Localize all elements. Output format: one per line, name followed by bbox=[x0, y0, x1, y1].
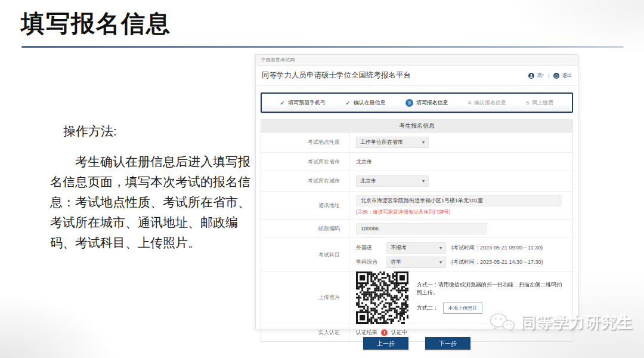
foreign-language-select[interactable]: 不报考 ▾ bbox=[386, 242, 446, 254]
row-postcode: 邮政编码 100086 bbox=[261, 220, 572, 238]
header-divider: | bbox=[548, 73, 549, 78]
instructions-block: 操作方法: 考生确认在册信息后进入填写报名信息页面，填写本次考试的报名信息：考试… bbox=[50, 123, 252, 253]
form-title: 考生报名信息 bbox=[261, 119, 572, 132]
step-3-current: 3 填写报名信息 bbox=[405, 99, 448, 107]
exclamation-icon: ! bbox=[381, 329, 388, 336]
subject-discipline: 学科综合 哲学 ▾ (考试时间：2023-05-21 14:30～17:30) bbox=[356, 255, 566, 269]
logout-button[interactable]: 退出 bbox=[562, 72, 572, 79]
instructions-body: 考生确认在册信息后进入填写报名信息页面，填写本次考试的报名信息：考试地点性质、考… bbox=[50, 152, 252, 253]
user-icon bbox=[528, 73, 534, 79]
row-address: 通讯地址 北京市海淀区学院路街道幸福小区1号楼1单元101室 (示例：请填写家庭… bbox=[261, 192, 572, 220]
step-5: 5 网上缴费 bbox=[526, 99, 553, 107]
progress-steps: ✓ 填写预留手机号 ✓ 确认在册信息 3 填写报名信息 4 确认报名信息 5 网… bbox=[261, 92, 573, 113]
local-upload-button[interactable]: 本地上传照片 bbox=[443, 303, 482, 314]
qr-code bbox=[356, 271, 408, 324]
wechat-logo-icon bbox=[490, 313, 516, 333]
step-2: ✓ 确认在册信息 bbox=[345, 99, 385, 107]
upload-method-2-label: 方式二： bbox=[417, 304, 438, 312]
page-title: 填写报名信息 bbox=[21, 7, 171, 40]
logout-icon bbox=[553, 73, 559, 79]
verify-result-label: 认证结果 bbox=[356, 329, 377, 337]
exam-time: (考试时间：2023-05-21 14:30～17:30) bbox=[451, 258, 543, 266]
chevron-down-icon: ▾ bbox=[422, 140, 425, 145]
step-number-badge: 3 bbox=[405, 99, 413, 107]
upload-method-1: 方式一：请用微信或浏览器的扫一扫功能，扫描左侧二维码拍照上传。 bbox=[417, 281, 566, 297]
site-name: 中国教育考试网 bbox=[256, 55, 578, 66]
address-input[interactable]: 北京市海淀区学院路街道幸福小区1号楼1单元101室 bbox=[356, 195, 562, 206]
row-exam-province: 考试所在省市 北京市 bbox=[261, 153, 572, 171]
check-icon: ✓ bbox=[280, 100, 285, 106]
step-4: 4 确认报名信息 bbox=[468, 99, 506, 107]
chevron-down-icon: ▾ bbox=[422, 178, 425, 184]
exam-time: (考试时间：2023-05-21 09:00～11:30) bbox=[451, 244, 543, 252]
check-icon: ✓ bbox=[345, 100, 350, 106]
exam-city-select[interactable]: 北京市 ▾ bbox=[356, 175, 429, 187]
instructions-heading: 操作方法: bbox=[63, 123, 252, 140]
watermark: 同等学力研究生 bbox=[490, 312, 633, 333]
row-subjects: 考试科目 外国语 不报考 ▾ (考试时间：2023-05-21 09:00～11… bbox=[261, 238, 572, 272]
row-exam-location-type: 考试地点性质 工作单位所在省市 ▾ bbox=[261, 132, 572, 153]
title-divider bbox=[21, 46, 624, 48]
prev-step-button[interactable]: 上一步 bbox=[363, 337, 408, 350]
registration-portal-window: 中国教育考试网 同等学力人员申请硕士学位全国统考报名平台 高* | 退出 ✓ 填… bbox=[255, 54, 578, 329]
step-navigation: 上一步 下一步 bbox=[255, 337, 578, 350]
exam-province-value: 北京市 bbox=[349, 155, 572, 169]
postcode-input[interactable]: 100086 bbox=[356, 223, 487, 234]
registration-form: 考生报名信息 考试地点性质 工作单位所在省市 ▾ 考试所在省市 北京市 考试所在… bbox=[261, 119, 573, 342]
verify-status: 认证中 bbox=[391, 329, 407, 337]
watermark-text: 同等学力研究生 bbox=[521, 312, 633, 333]
chevron-down-icon: ▾ bbox=[439, 260, 442, 265]
portal-header: 同等学力人员申请硕士学位全国统考报名平台 高* | 退出 bbox=[256, 66, 578, 86]
next-step-button[interactable]: 下一步 bbox=[425, 337, 470, 350]
portal-title: 同等学力人员申请硕士学位全国统考报名平台 bbox=[262, 70, 411, 81]
address-hint: (示例：请填写家庭详细地址具体到门牌号) bbox=[356, 209, 566, 216]
subject-foreign-language: 外国语 不报考 ▾ (考试时间：2023-05-21 09:00～11:30) bbox=[356, 240, 566, 255]
step-1: ✓ 填写预留手机号 bbox=[280, 99, 326, 107]
exam-location-type-select[interactable]: 工作单位所在省市 ▾ bbox=[356, 137, 429, 148]
discipline-select[interactable]: 哲学 ▾ bbox=[386, 257, 446, 268]
row-exam-city: 考试所在城市 北京市 ▾ bbox=[261, 171, 572, 192]
chevron-down-icon: ▾ bbox=[439, 245, 442, 251]
user-name[interactable]: 高* bbox=[537, 72, 544, 79]
